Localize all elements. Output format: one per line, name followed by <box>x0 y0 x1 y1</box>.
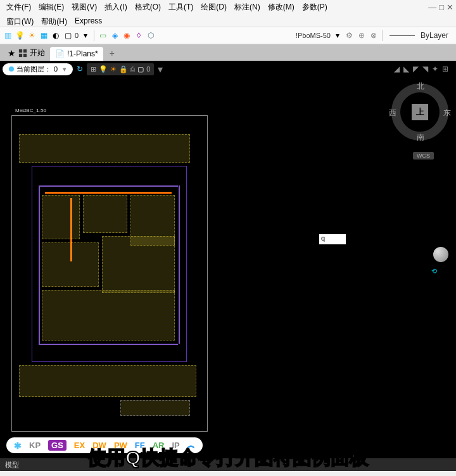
bulb-icon[interactable]: 💡 <box>15 30 25 41</box>
menu-help[interactable]: 帮助(H) <box>37 15 71 25</box>
misc3-icon[interactable]: ⊗ <box>369 30 379 41</box>
print-icon[interactable]: ⎙ <box>130 65 135 73</box>
chevron-down-icon[interactable]: ▾ <box>80 30 91 41</box>
compass-east[interactable]: 东 <box>443 108 451 118</box>
menu-view[interactable]: 视图(V) <box>68 1 101 14</box>
tab-start-label: 开始 <box>30 47 45 58</box>
menu-modify[interactable]: 修改(M) <box>264 1 298 14</box>
rt5-icon[interactable]: ✦ <box>432 65 438 73</box>
layer-dot-icon <box>9 66 14 72</box>
menu-insert[interactable]: 插入(I) <box>101 1 130 14</box>
svg-rect-2 <box>19 53 22 56</box>
file-icon: 📄 <box>55 49 65 58</box>
menu-express[interactable]: Express <box>71 15 106 25</box>
toolbar: ▥ 💡 ☀ ▦ ◐ ▢ 0 ▾ ▭ ◈ ◉ ◊ ⬡ !PboMS-50 ▾ ⚙ … <box>0 27 456 44</box>
windows-icon <box>18 49 27 58</box>
linetype-value[interactable]: !PboMS-50 <box>296 32 331 39</box>
current-layer-label: 当前图层： <box>16 65 51 74</box>
swatch-value: 0 <box>75 32 79 39</box>
minimize-icon[interactable]: — <box>428 3 436 12</box>
misc1-icon[interactable]: ⚙ <box>345 30 355 41</box>
tool-b-icon[interactable]: ◈ <box>110 30 120 41</box>
drawing-title: MestBC_1-50 <box>15 108 46 113</box>
tab-start[interactable]: ★ 开始 <box>3 45 50 61</box>
chevron-down-icon: ▾ <box>63 65 66 73</box>
more-icon[interactable]: ◐ <box>51 30 61 41</box>
line-sample <box>390 35 415 36</box>
tool-c-icon[interactable]: ◉ <box>122 30 132 41</box>
layer-bar: 当前图层： 0 ▾ ↻ ⊞ 💡 ☀ 🔒 ⎙ ▢ 0 ▾ ◢ ◣ ◤ ◥ ✦ ⊞ <box>0 61 456 77</box>
menu-edit[interactable]: 编辑(E) <box>35 1 68 14</box>
caption-overlay: 使用Q快捷命令打开图符图例面板 <box>0 440 456 476</box>
svg-rect-0 <box>19 49 22 52</box>
command-input[interactable]: q <box>319 234 346 244</box>
rt1-icon[interactable]: ◢ <box>394 65 400 73</box>
view-compass[interactable]: 上 北 南 西 东 <box>391 84 448 141</box>
right-tools: ◢ ◣ ◤ ◥ ✦ ⊞ <box>394 65 453 73</box>
dropdown-icon[interactable]: ▾ <box>158 63 163 75</box>
rt6-icon[interactable]: ⊞ <box>442 65 448 73</box>
color-swatch[interactable]: ▢ <box>137 65 144 73</box>
nav-sphere[interactable] <box>433 247 448 262</box>
rt2-icon[interactable]: ◣ <box>403 65 409 73</box>
drawing-canvas[interactable]: MestBC_1-50 上 北 南 西 东 WCS q ⟲ Y <box>0 77 456 458</box>
compass-south[interactable]: 南 <box>417 132 424 143</box>
menu-draw[interactable]: 绘图(D) <box>197 1 231 14</box>
floor-plan <box>32 166 187 362</box>
misc2-icon[interactable]: ⊕ <box>357 30 367 41</box>
refresh-icon[interactable]: ↻ <box>77 65 83 73</box>
maximize-icon[interactable]: □ <box>439 3 444 12</box>
chevron-down-icon[interactable]: ▾ <box>332 30 343 41</box>
layer-0-label: 0 <box>146 65 150 73</box>
menu-window[interactable]: 窗口(W) <box>3 15 37 25</box>
window-controls: — □ ✕ <box>428 3 453 12</box>
menu-parametric[interactable]: 参数(P) <box>298 1 331 14</box>
rt4-icon[interactable]: ◥ <box>422 65 428 73</box>
orbit-icon[interactable]: ⟲ <box>431 267 437 275</box>
new-icon[interactable]: ▥ <box>3 30 13 41</box>
compass-west[interactable]: 西 <box>389 108 396 118</box>
drawing-content <box>19 166 200 419</box>
menu-file[interactable]: 文件(F) <box>3 1 35 14</box>
current-layer-value: 0 <box>54 65 58 73</box>
compass-north[interactable]: 北 <box>417 81 424 92</box>
svg-rect-1 <box>23 49 27 52</box>
rt3-icon[interactable]: ◤ <box>413 65 419 73</box>
lock-icon[interactable]: 🔒 <box>119 65 128 73</box>
menu-dimension[interactable]: 标注(N) <box>231 1 264 14</box>
sun2-icon[interactable]: ☀ <box>110 65 117 73</box>
current-layer-badge[interactable]: 当前图层： 0 ▾ <box>3 63 73 75</box>
star-icon: ★ <box>8 48 16 58</box>
grid-icon[interactable]: ⊞ <box>91 65 96 73</box>
menu-format[interactable]: 格式(O) <box>131 1 165 14</box>
layer-icon[interactable]: ▦ <box>39 30 49 41</box>
sun-icon[interactable]: ☀ <box>27 30 37 41</box>
lineweight-value[interactable]: ByLayer <box>421 31 448 40</box>
swatch-icon[interactable]: ▢ <box>63 30 73 41</box>
compass-top-face[interactable]: 上 <box>412 104 428 120</box>
close-icon[interactable]: ✕ <box>446 3 453 12</box>
menu-tools[interactable]: 工具(T) <box>165 1 197 14</box>
menu-bar: 文件(F) 编辑(E) 视图(V) 插入(I) 格式(O) 工具(T) 绘图(D… <box>0 0 456 14</box>
tool-a-icon[interactable]: ▭ <box>98 30 108 41</box>
menu-bar-2: 窗口(W) 帮助(H) Express <box>0 14 456 27</box>
tab-plans[interactable]: 📄 !1-Plans* <box>50 47 103 61</box>
bulb2-icon[interactable]: 💡 <box>99 65 108 73</box>
wcs-badge[interactable]: WCS <box>413 152 434 160</box>
layer-toolbar: ⊞ 💡 ☀ 🔒 ⎙ ▢ 0 <box>87 63 154 75</box>
document-tabs: ★ 开始 📄 !1-Plans* + <box>0 44 456 61</box>
svg-rect-3 <box>23 53 27 56</box>
tool-d-icon[interactable]: ◊ <box>134 30 144 41</box>
tab-plans-label: !1-Plans* <box>67 49 98 58</box>
new-tab-button[interactable]: + <box>103 46 121 61</box>
tool-e-icon[interactable]: ⬡ <box>146 30 156 41</box>
